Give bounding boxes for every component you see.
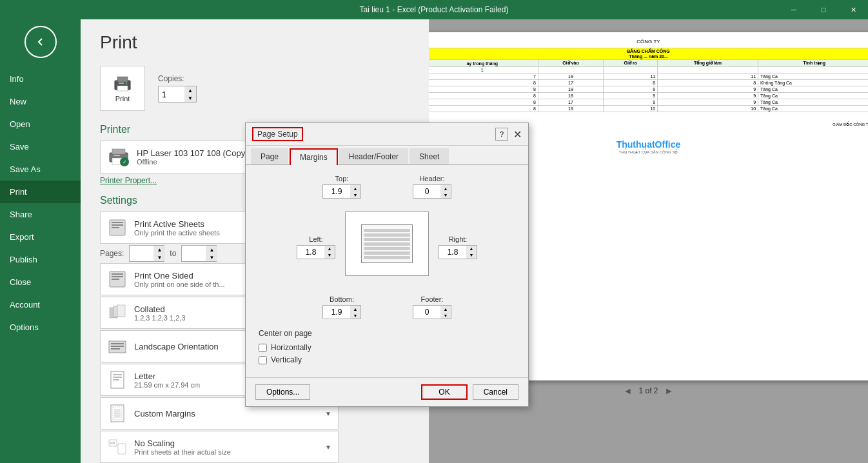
tab-header-footer[interactable]: Header/Footer: [339, 148, 408, 164]
footer-spin: ▲ ▼: [440, 306, 451, 319]
middle-row: Left: ▲ ▼: [259, 208, 515, 286]
minimize-button[interactable]: ─: [779, 0, 809, 19]
bottom-up[interactable]: ▲: [350, 306, 360, 312]
pages-to-up[interactable]: ▲: [206, 246, 217, 253]
tab-sheet[interactable]: Sheet: [409, 148, 449, 164]
left-field: Left: ▲ ▼: [297, 235, 335, 259]
copies-up[interactable]: ▲: [184, 86, 196, 94]
pages-from-down[interactable]: ▼: [153, 253, 165, 261]
bottom-label: Bottom:: [330, 295, 354, 303]
sidebar-item-options[interactable]: Options: [0, 316, 81, 339]
custom-margins-icon: [107, 403, 128, 424]
maximize-button[interactable]: □: [809, 0, 838, 19]
header-spin: ▲ ▼: [440, 185, 451, 198]
bottom-footer-row: Bottom: ▲ ▼ Footer: ▲: [259, 295, 515, 319]
sidebar-item-new[interactable]: New: [0, 90, 81, 113]
pages-from-up[interactable]: ▲: [153, 246, 165, 253]
svg-rect-10: [112, 222, 123, 223]
sidebar-item-publish[interactable]: Publish: [0, 248, 81, 271]
svg-point-4: [126, 83, 128, 84]
copies-input[interactable]: [159, 88, 184, 101]
sidebar-item-export[interactable]: Export: [0, 226, 81, 248]
options-button[interactable]: Options...: [255, 384, 310, 400]
dialog-help-button[interactable]: ?: [495, 128, 508, 141]
right-field: Right: ▲ ▼: [439, 235, 477, 259]
right-input[interactable]: [439, 246, 466, 258]
left-spin: ▲ ▼: [324, 246, 335, 259]
row-day-1: 1: [429, 67, 538, 74]
footer-down[interactable]: ▼: [440, 312, 451, 319]
pages-to-input[interactable]: [182, 248, 206, 259]
svg-rect-1: [117, 77, 128, 82]
footer-field: Footer: ▲ ▼: [413, 295, 451, 319]
dialog-body: Top: ▲ ▼ Header: ▲: [246, 165, 528, 377]
margin-preview-box: [345, 212, 429, 276]
bottom-input-wrap: ▲ ▼: [322, 305, 361, 319]
svg-rect-26: [113, 377, 122, 378]
collated-icon: [107, 302, 128, 323]
dialog-title-controls: ? ✕: [495, 128, 522, 141]
left-up[interactable]: ▲: [324, 246, 335, 252]
right-down[interactable]: ▼: [466, 252, 477, 259]
page-number: 1 of 2: [638, 386, 658, 395]
table-row: 81799Tăng Ca: [429, 99, 868, 106]
print-button-label: Print: [115, 95, 130, 103]
sidebar-item-open[interactable]: Open: [0, 113, 81, 135]
svg-rect-27: [113, 379, 119, 380]
left-input[interactable]: [297, 246, 324, 258]
sidebar-item-info[interactable]: Info: [0, 68, 81, 90]
tab-page[interactable]: Page: [251, 148, 288, 164]
prev-page-button[interactable]: ◄: [620, 386, 636, 396]
tab-margins[interactable]: Margins: [290, 148, 338, 165]
no-scaling-desc: Print sheets at their actual size: [134, 448, 325, 456]
top-down[interactable]: ▼: [350, 192, 360, 198]
dialog-close-button[interactable]: ✕: [513, 128, 522, 141]
printer-properties-link[interactable]: Printer Propert...: [100, 176, 157, 185]
table-row: 81899Tăng Ca: [429, 93, 868, 99]
pages-label: Pages:: [100, 249, 124, 258]
ok-button[interactable]: OK: [421, 384, 467, 400]
print-button[interactable]: Print: [100, 66, 145, 111]
footer-up[interactable]: ▲: [440, 306, 451, 312]
header-down[interactable]: ▼: [440, 192, 451, 198]
footer-input[interactable]: [413, 306, 440, 318]
sidebar-item-account[interactable]: Account: [0, 293, 81, 316]
vertically-checkbox[interactable]: [259, 356, 267, 364]
next-page-button[interactable]: ►: [662, 386, 677, 396]
horizontally-checkbox[interactable]: [259, 344, 267, 352]
top-input[interactable]: [323, 186, 350, 197]
pages-from-input[interactable]: [130, 248, 153, 259]
sidebar-item-save[interactable]: Save: [0, 135, 81, 158]
cancel-button[interactable]: Cancel: [473, 384, 518, 400]
back-button[interactable]: [25, 26, 57, 58]
sidebar-item-print[interactable]: Print: [0, 181, 81, 203]
header-input[interactable]: [413, 186, 440, 197]
landscape-icon: [107, 336, 128, 357]
svg-rect-25: [113, 374, 122, 375]
pages-to-down[interactable]: ▼: [206, 253, 217, 261]
copies-spinners: ▲ ▼: [184, 86, 196, 102]
copies-down[interactable]: ▼: [184, 94, 196, 102]
table-row: 81899Tăng Ca: [429, 86, 868, 93]
sidebar-item-share[interactable]: Share: [0, 203, 81, 226]
col2-header: Giờ vào: [538, 60, 603, 67]
sidebar-item-save-as[interactable]: Save As: [0, 158, 81, 181]
pages-to-wrap: ▲ ▼: [181, 245, 217, 262]
svg-rect-14: [112, 273, 123, 275]
preview-table: BẢNG CHẤM CÔNG Tháng ... năm 20... ay tr…: [429, 48, 868, 112]
svg-rect-8: [113, 155, 120, 156]
sidebar-item-close[interactable]: Close: [0, 271, 81, 293]
right-up[interactable]: ▲: [466, 246, 477, 252]
sidebar-nav: Info New Open Save Save As Print Share E…: [0, 68, 81, 339]
printer-icon-wrap: [107, 146, 130, 168]
top-up[interactable]: ▲: [350, 185, 360, 192]
close-button[interactable]: ✕: [838, 0, 868, 19]
center-on-page-label: Center on page: [259, 329, 515, 338]
top-spin: ▲ ▼: [350, 185, 360, 198]
bottom-input[interactable]: [323, 306, 350, 318]
setting-no-scaling[interactable]: 100 No Scaling Print sheets at their act…: [100, 431, 339, 463]
left-down[interactable]: ▼: [324, 252, 335, 259]
svg-rect-6: [112, 149, 125, 154]
bottom-down[interactable]: ▼: [350, 312, 360, 319]
header-up[interactable]: ▲: [440, 185, 451, 192]
